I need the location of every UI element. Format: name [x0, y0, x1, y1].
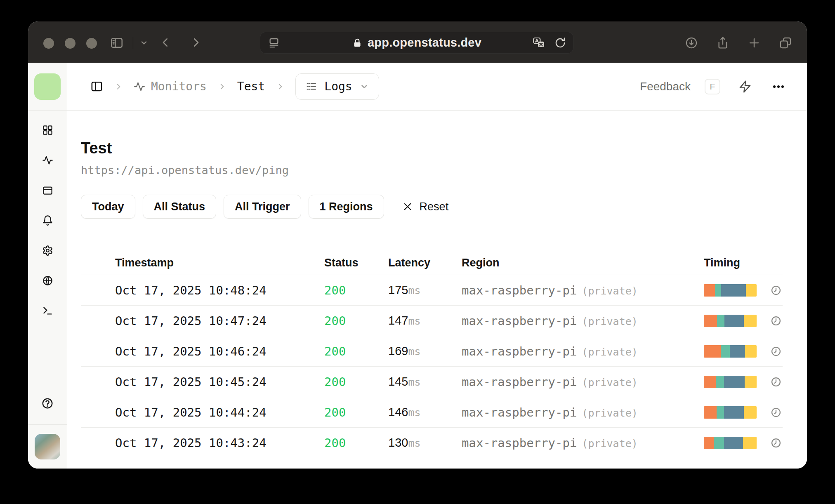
address-bar[interactable]: app.openstatus.dev — [260, 32, 573, 54]
clock-icon[interactable] — [770, 315, 782, 327]
logs-page: Test https://api.openstatus.dev/ping Tod… — [67, 111, 807, 469]
log-latency-unit: ms — [408, 285, 420, 297]
log-status-code: 200 — [324, 344, 388, 358]
col-status: Status — [324, 257, 388, 269]
feedback-button[interactable]: Feedback — [640, 80, 691, 93]
log-region-note: (private) — [582, 285, 637, 297]
clock-icon[interactable] — [770, 437, 782, 449]
forward-button[interactable] — [190, 36, 202, 49]
reset-filters-button[interactable]: Reset — [402, 200, 449, 213]
table-row[interactable]: Oct 17, 2025 10:43:24 200 130 ms max-ras… — [81, 427, 783, 458]
browser-window: app.openstatus.dev — [28, 21, 807, 469]
col-timing: Timing — [704, 257, 783, 269]
feedback-shortcut-badge: F — [705, 79, 720, 94]
new-tab-icon[interactable] — [748, 36, 761, 49]
log-region-note: (private) — [582, 407, 637, 419]
timing-bar — [704, 437, 757, 449]
log-region-note: (private) — [582, 377, 637, 389]
filter-regions-button[interactable]: 1 Regions — [309, 195, 384, 219]
tab-overview-icon[interactable] — [779, 36, 792, 49]
user-avatar[interactable] — [35, 434, 60, 459]
log-region: max-raspberry-pi — [462, 436, 577, 450]
col-latency: Latency — [388, 257, 462, 269]
timing-bar — [704, 345, 757, 358]
clock-icon[interactable] — [770, 376, 782, 388]
log-latency-value: 146 — [388, 405, 408, 419]
browser-sidebar-toggle-icon[interactable] — [110, 36, 124, 50]
log-region: max-raspberry-pi — [462, 283, 577, 297]
close-window-button[interactable] — [43, 38, 54, 49]
filter-status-button[interactable]: All Status — [143, 195, 217, 219]
log-status-code: 200 — [324, 283, 388, 297]
table-row[interactable]: Oct 17, 2025 10:46:24 200 169 ms max-ras… — [81, 336, 783, 366]
close-icon — [402, 201, 413, 212]
log-latency-unit: ms — [408, 346, 420, 358]
table-row[interactable]: Oct 17, 2025 10:48:24 200 175 ms max-ras… — [81, 275, 783, 305]
sidebar-item-notifications[interactable] — [42, 215, 53, 226]
log-timestamp: Oct 17, 2025 10:44:24 — [115, 405, 324, 419]
sidebar-menu-chevron-icon[interactable] — [140, 39, 148, 47]
table-row[interactable]: Oct 17, 2025 10:47:24 200 147 ms max-ras… — [81, 305, 783, 336]
log-region-note: (private) — [582, 346, 637, 358]
log-latency-unit: ms — [408, 376, 420, 388]
log-status-code: 200 — [324, 436, 388, 450]
url-text[interactable]: app.openstatus.dev — [368, 36, 481, 49]
timing-bar — [704, 376, 757, 388]
panel-toggle-icon[interactable] — [90, 80, 103, 93]
reload-icon[interactable] — [554, 37, 566, 49]
sidebar-item-monitors[interactable] — [42, 155, 53, 166]
zoom-window-button[interactable] — [86, 38, 97, 49]
sidebar-item-status-pages[interactable] — [42, 185, 53, 196]
page-title: Test — [81, 139, 783, 157]
clock-icon[interactable] — [770, 346, 782, 357]
log-latency-value: 147 — [388, 314, 408, 327]
translate-icon[interactable] — [532, 36, 546, 49]
chevron-right-icon — [276, 83, 284, 90]
log-latency-value: 145 — [388, 375, 408, 389]
log-region: max-raspberry-pi — [462, 344, 577, 358]
col-timestamp: Timestamp — [115, 257, 324, 269]
rows-icon — [306, 81, 317, 92]
log-status-code: 200 — [324, 314, 388, 328]
clock-icon[interactable] — [770, 285, 782, 296]
log-status-code: 200 — [324, 375, 388, 389]
traffic-lights — [43, 38, 97, 49]
col-region: Region — [462, 257, 704, 269]
log-latency-value: 175 — [388, 283, 408, 297]
table-row[interactable]: Oct 17, 2025 10:44:24 200 146 ms max-ras… — [81, 397, 783, 427]
view-select-label: Logs — [324, 80, 352, 93]
sidebar-item-settings[interactable] — [42, 245, 53, 256]
help-icon[interactable] — [41, 397, 54, 410]
breadcrumb-monitors[interactable]: Monitors — [134, 80, 207, 93]
filter-date-button[interactable]: Today — [81, 195, 135, 219]
sidebar-item-cli[interactable] — [42, 305, 53, 316]
more-options-icon[interactable] — [771, 80, 785, 94]
workspace-logo[interactable] — [34, 73, 61, 100]
log-region: max-raspberry-pi — [462, 375, 577, 389]
log-latency-unit: ms — [408, 315, 420, 327]
sidebar-item-dashboard[interactable] — [42, 125, 53, 136]
timing-bar — [704, 315, 757, 327]
log-timestamp: Oct 17, 2025 10:43:24 — [115, 436, 324, 450]
clock-icon[interactable] — [770, 407, 782, 418]
minimize-window-button[interactable] — [65, 38, 75, 49]
app-header: Monitors Test — [67, 63, 807, 111]
view-select-logs[interactable]: Logs — [295, 73, 379, 100]
downloads-icon[interactable] — [685, 36, 698, 49]
log-timestamp: Oct 17, 2025 10:48:24 — [115, 283, 324, 297]
log-latency-value: 169 — [388, 344, 408, 358]
zap-icon[interactable] — [738, 80, 752, 93]
log-region: max-raspberry-pi — [462, 314, 577, 328]
breadcrumb-monitor-name[interactable]: Test — [237, 80, 265, 93]
share-icon[interactable] — [716, 36, 729, 49]
log-region: max-raspberry-pi — [462, 405, 577, 419]
filter-bar: Today All Status All Trigger 1 Regions R… — [81, 195, 783, 219]
filter-trigger-button[interactable]: All Trigger — [224, 195, 301, 219]
sidebar-item-regions[interactable] — [42, 275, 53, 286]
table-row[interactable]: Oct 17, 2025 10:45:24 200 145 ms max-ras… — [81, 366, 783, 397]
browser-toolbar: app.openstatus.dev — [28, 21, 807, 63]
back-button[interactable] — [159, 36, 172, 49]
log-latency-value: 130 — [388, 436, 408, 450]
log-rows: Oct 17, 2025 10:48:24 200 175 ms max-ras… — [81, 275, 783, 458]
app-sidebar — [28, 63, 67, 469]
